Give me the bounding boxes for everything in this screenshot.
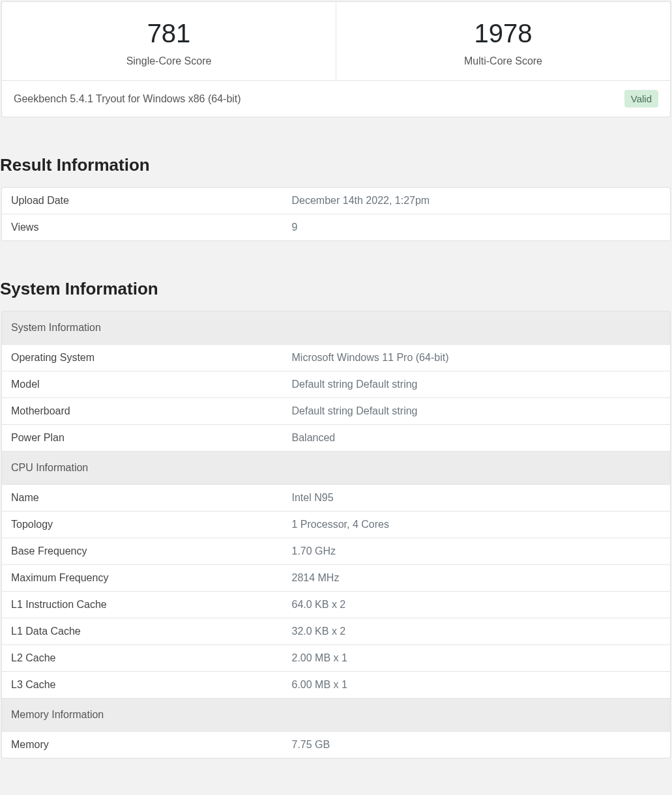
multi-core-label: Multi-Core Score xyxy=(347,55,660,67)
version-text: Geekbench 5.4.1 Tryout for Windows x86 (… xyxy=(14,93,241,105)
table-row: Topology1 Processor, 4 Cores xyxy=(2,512,670,538)
row-name: Base Frequency xyxy=(2,538,283,565)
row-value: 7.75 GB xyxy=(283,732,671,758)
row-name: L2 Cache xyxy=(2,645,283,672)
status-badge: Valid xyxy=(624,90,658,108)
table-row: Operating SystemMicrosoft Windows 11 Pro… xyxy=(2,345,670,371)
row-name: Name xyxy=(2,485,283,512)
row-value: 1.70 GHz xyxy=(283,538,671,565)
table-row: Views9 xyxy=(2,214,670,240)
row-value: 2814 MHz xyxy=(283,565,671,592)
row-value: Microsoft Windows 11 Pro (64-bit) xyxy=(283,345,671,371)
single-core-label: Single-Core Score xyxy=(12,55,325,67)
row-name: Memory xyxy=(2,732,283,758)
row-value: 9 xyxy=(283,214,671,240)
table-row: Memory7.75 GB xyxy=(2,732,670,758)
row-name: Motherboard xyxy=(2,398,283,425)
table-row: L1 Instruction Cache64.0 KB x 2 xyxy=(2,592,670,618)
row-name: L1 Data Cache xyxy=(2,618,283,645)
score-row: 781 Single-Core Score 1978 Multi-Core Sc… xyxy=(2,2,670,80)
section-header-row: Memory Information xyxy=(2,699,670,732)
multi-core-score: 1978 xyxy=(347,18,660,49)
table-row: Maximum Frequency2814 MHz xyxy=(2,565,670,592)
row-name: Power Plan xyxy=(2,425,283,452)
row-value: December 14th 2022, 1:27pm xyxy=(283,188,671,214)
score-card: 781 Single-Core Score 1978 Multi-Core Sc… xyxy=(1,1,671,117)
table-row: L3 Cache6.00 MB x 1 xyxy=(2,672,670,699)
result-info-title: Result Information xyxy=(0,155,672,175)
row-name: Operating System xyxy=(2,345,283,371)
row-name: Upload Date xyxy=(2,188,283,214)
table-row: MotherboardDefault string Default string xyxy=(2,398,670,425)
row-name: Model xyxy=(2,371,283,398)
row-value: 1 Processor, 4 Cores xyxy=(283,512,671,538)
row-name: Topology xyxy=(2,512,283,538)
table-row: NameIntel N95 xyxy=(2,485,670,512)
row-value: 64.0 KB x 2 xyxy=(283,592,671,618)
table-row: L1 Data Cache32.0 KB x 2 xyxy=(2,618,670,645)
table-row: Power PlanBalanced xyxy=(2,425,670,452)
table-row: Upload DateDecember 14th 2022, 1:27pm xyxy=(2,188,670,214)
table-row: Base Frequency1.70 GHz xyxy=(2,538,670,565)
row-value: 32.0 KB x 2 xyxy=(283,618,671,645)
row-value: 2.00 MB x 1 xyxy=(283,645,671,672)
score-footer: Geekbench 5.4.1 Tryout for Windows x86 (… xyxy=(2,80,670,117)
section-header-row: CPU Information xyxy=(2,452,670,485)
system-info-table: System InformationOperating SystemMicros… xyxy=(1,311,671,759)
row-name: L3 Cache xyxy=(2,672,283,699)
row-value: Balanced xyxy=(283,425,671,452)
row-name: Maximum Frequency xyxy=(2,565,283,592)
section-header-label: Memory Information xyxy=(2,699,670,732)
section-header-label: System Information xyxy=(2,311,670,345)
table-row: ModelDefault string Default string xyxy=(2,371,670,398)
multi-core-cell: 1978 Multi-Core Score xyxy=(336,2,670,80)
single-core-score: 781 xyxy=(12,18,325,49)
table-row: L2 Cache2.00 MB x 1 xyxy=(2,645,670,672)
row-value: Default string Default string xyxy=(283,398,671,425)
row-value: 6.00 MB x 1 xyxy=(283,672,671,699)
section-header-label: CPU Information xyxy=(2,452,670,485)
row-value: Default string Default string xyxy=(283,371,671,398)
result-info-table: Upload DateDecember 14th 2022, 1:27pmVie… xyxy=(1,187,671,241)
section-header-row: System Information xyxy=(2,311,670,345)
system-info-title: System Information xyxy=(0,279,672,299)
row-name: L1 Instruction Cache xyxy=(2,592,283,618)
single-core-cell: 781 Single-Core Score xyxy=(2,2,336,80)
row-name: Views xyxy=(2,214,283,240)
row-value: Intel N95 xyxy=(283,485,671,512)
